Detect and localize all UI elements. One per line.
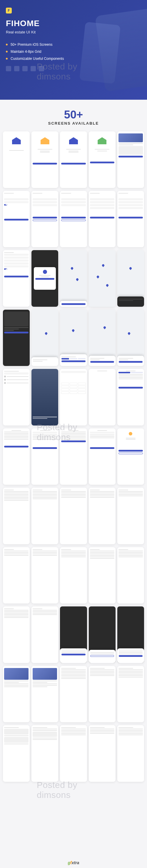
screen-ptype-4[interactable] [31,607,58,663]
screen-map-detail-4[interactable] [117,310,144,366]
screen-onboard-1[interactable] [3,131,30,188]
screen-map-2[interactable] [89,250,116,307]
screen-detail-dark[interactable] [3,310,30,366]
logo-mark: F [6,8,12,13]
screen-filter-5[interactable] [60,428,87,485]
screen-map-detail-2[interactable] [60,310,87,366]
screen-sheet-dark-3[interactable] [117,607,144,663]
screen-sheet-dark-1[interactable] [60,607,87,663]
screen-property-photo[interactable] [31,369,58,426]
brand-title: FIHOME [6,19,141,28]
screen-space-3[interactable] [60,547,87,604]
screen-filter-4[interactable] [31,428,58,485]
screen-home-dark[interactable] [117,131,144,188]
screen-broker[interactable] [117,428,144,485]
screen-grid-row [0,428,147,485]
screen-space-2[interactable] [31,547,58,604]
screen-keypad[interactable] [60,369,87,426]
screen-filter-6[interactable] [89,428,116,485]
screen-ptype-2[interactable] [117,547,144,604]
screen-map-detail-3[interactable] [89,310,116,366]
footer-logo: gfxtra [68,860,79,865]
screen-filter-2[interactable] [117,369,144,426]
screen-signup-3[interactable] [89,191,116,248]
screen-count: 50+ [0,108,147,121]
screen-list-3[interactable] [60,488,87,544]
tagline: Real estate UI Kit [6,30,141,34]
hero-banner: F FIHOME Real estate UI Kit 50+ Premium … [0,0,147,100]
screen-text-1[interactable] [60,666,87,722]
screen-grid-row [0,607,147,663]
feature-1: 50+ Premium iOS Screens [6,42,141,46]
screen-text-2[interactable] [89,666,116,722]
screen-grid-row [0,191,147,248]
figma-icon [14,66,19,71]
screen-list-5[interactable] [117,488,144,544]
screen-signup-2[interactable] [60,191,87,248]
screen-text-3[interactable] [117,666,144,722]
screen-map-card[interactable] [117,250,144,307]
tool-icons [6,66,141,71]
screen-login[interactable] [3,191,30,248]
screen-label: SCREENS AVAILABLE [0,121,147,125]
screen-grid-row [0,310,147,366]
screen-list-2[interactable] [31,488,58,544]
screen-filter-1[interactable] [89,369,116,426]
sketch-icon [6,66,11,71]
screen-grid-row [0,666,147,722]
screen-saved-1[interactable] [3,725,30,782]
screen-modal-welcome[interactable] [31,250,58,307]
screen-signup-4[interactable] [117,191,144,248]
watermark-3: Posted by dimsons [37,780,110,800]
screen-saved-3[interactable] [60,725,87,782]
screen-onboard-3[interactable] [60,131,87,188]
screen-list-1[interactable] [3,488,30,544]
screen-sheet-dark-2[interactable] [89,607,116,663]
screen-grid-row [0,131,147,188]
screen-saved-4[interactable] [89,725,116,782]
screen-ptype-1[interactable] [89,547,116,604]
screen-grid-row [0,547,147,604]
screen-map-1[interactable] [60,250,87,307]
screen-onboard-2[interactable] [31,131,58,188]
screen-form[interactable] [3,250,30,307]
screen-ptype-3[interactable] [3,607,30,663]
screen-grid-row [0,250,147,307]
feature-3: Customizable Useful Components [6,57,141,61]
screen-onboard-4[interactable] [89,131,116,188]
xd-icon [22,66,28,71]
screen-saved-5[interactable] [117,725,144,782]
screen-saved-2[interactable] [31,725,58,782]
screen-list-4[interactable] [89,488,116,544]
screen-map-detail-1[interactable] [31,310,58,366]
screen-grid-row [0,488,147,544]
screen-grid-row [0,725,147,782]
screen-listing-1[interactable] [3,369,30,426]
screen-article-2[interactable] [31,666,58,722]
feature-2: Maintain 4-8px Grid [6,50,141,54]
screen-signup-1[interactable] [31,191,58,248]
screen-article-1[interactable] [3,666,30,722]
screen-filter-3[interactable] [3,428,30,485]
screen-space-1[interactable] [3,547,30,604]
logo-row: F [6,8,141,13]
ps-icon [30,66,36,71]
invision-icon [39,66,44,71]
screen-grid-row [0,369,147,426]
section-header: 50+ SCREENS AVAILABLE [0,108,147,125]
